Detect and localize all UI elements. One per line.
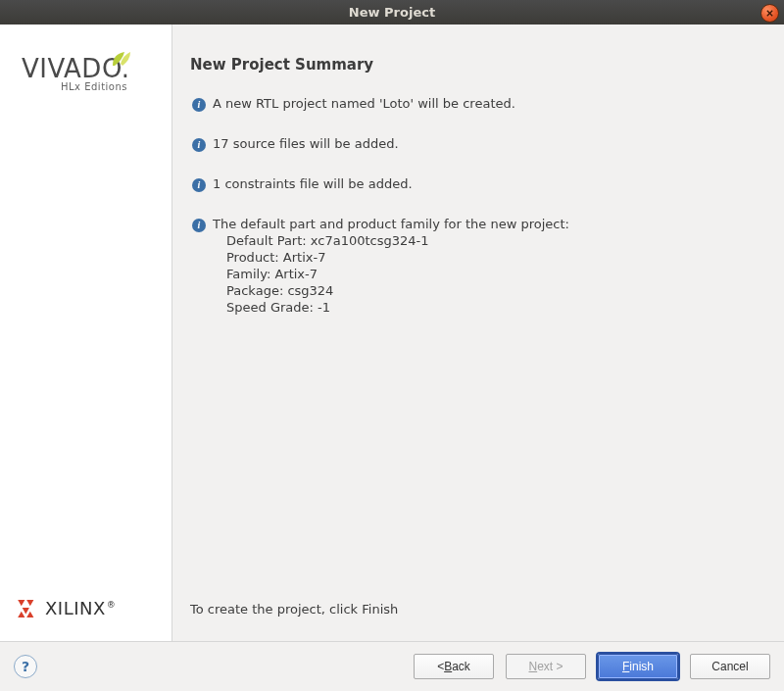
back-suffix: ack [452, 660, 470, 673]
summary-row-sources: i 17 source files will be added. [190, 135, 764, 152]
part-intro: The default part and product family for … [213, 216, 569, 232]
left-panel: VIVADO. HLx Editions XILINX® [0, 25, 172, 642]
summary-text-project: A new RTL project named 'Loto' will be c… [213, 95, 515, 112]
detail-default-part: Default Part: xc7a100tcsg324-1 [226, 232, 569, 249]
info-icon: i [192, 138, 206, 152]
svg-marker-4 [23, 608, 29, 614]
close-button[interactable] [760, 4, 779, 23]
detail-family: Family: Artix-7 [226, 266, 569, 282]
next-button: Next > [506, 654, 586, 679]
registered-mark: ® [107, 600, 117, 610]
dialog-body: VIVADO. HLx Editions XILINX® New Project… [0, 25, 784, 642]
back-prefix: < [437, 660, 444, 673]
back-mnemonic: B [444, 660, 452, 673]
detail-speed: Speed Grade: -1 [226, 299, 569, 316]
content-panel: New Project Summary i A new RTL project … [172, 25, 784, 642]
cancel-button[interactable]: Cancel [690, 654, 770, 679]
finish-hint: To create the project, click Finish [190, 602, 398, 617]
cancel-label: Cancel [711, 660, 748, 673]
xilinx-logo: XILINX® [18, 598, 117, 618]
help-button[interactable]: ? [14, 655, 37, 678]
finish-mnemonic: F [622, 660, 629, 673]
svg-marker-5 [18, 611, 24, 617]
help-icon: ? [22, 659, 29, 674]
window-title: New Project [349, 5, 435, 20]
xilinx-mark-icon [18, 600, 39, 617]
next-mnemonic: N [528, 660, 537, 673]
finish-button[interactable]: Finish [598, 654, 678, 679]
info-icon: i [192, 98, 206, 112]
xilinx-text: XILINX [45, 598, 106, 618]
detail-product: Product: Artix-7 [226, 249, 569, 266]
summary-row-project: i A new RTL project named 'Loto' will be… [190, 95, 764, 112]
svg-marker-2 [18, 600, 24, 606]
button-bar: ? < Back Next > Finish Cancel [0, 641, 784, 691]
titlebar: New Project [0, 0, 784, 25]
summary-text-constraints: 1 constraints file will be added. [213, 175, 413, 192]
leaf-icon [109, 46, 132, 70]
page-title: New Project Summary [190, 56, 764, 74]
svg-marker-3 [26, 600, 33, 606]
svg-marker-6 [26, 611, 33, 617]
info-icon: i [192, 219, 206, 232]
summary-text-sources: 17 source files will be added. [213, 135, 399, 152]
detail-package: Package: csg324 [226, 282, 569, 299]
part-details: Default Part: xc7a100tcsg324-1 Product: … [213, 232, 569, 316]
finish-suffix: inish [629, 660, 654, 673]
summary-row-constraints: i 1 constraints file will be added. [190, 175, 764, 192]
vivado-text: VIVADO [22, 54, 122, 83]
summary-row-part: i The default part and product family fo… [190, 216, 764, 316]
close-icon [765, 9, 774, 18]
next-suffix: ext > [537, 660, 563, 673]
back-button[interactable]: < Back [414, 654, 494, 679]
info-icon: i [192, 178, 206, 192]
summary-block-part: The default part and product family for … [213, 216, 569, 316]
vivado-logo: VIVADO. HLx Editions [22, 54, 162, 92]
